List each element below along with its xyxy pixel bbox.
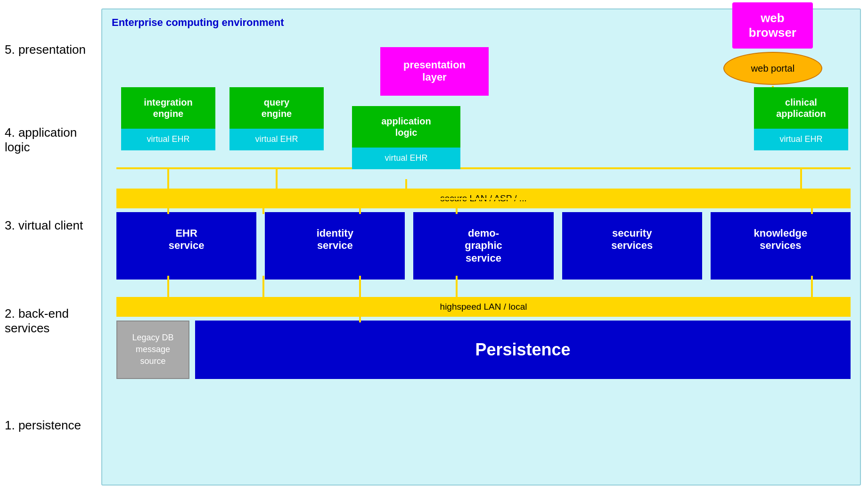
- clinical-vehr-label: virtual EHR: [754, 129, 848, 150]
- services-row: EHR service identity service demo- graph…: [116, 212, 851, 280]
- service-ehr: EHR service: [116, 212, 256, 280]
- persistence-row: Legacy DB message source Persistence: [116, 321, 851, 379]
- legacy-db-block: Legacy DB message source: [116, 321, 189, 379]
- applogic-label: application logic: [352, 106, 460, 148]
- vehr-block-clinical: clinical application virtual EHR: [754, 87, 848, 150]
- h-connector-vehr-lan: [116, 167, 851, 169]
- integration-vehr-label: virtual EHR: [121, 129, 215, 150]
- h-connector-top: [116, 198, 851, 200]
- connector-integration: [167, 167, 169, 189]
- presentation-layer-block: presentation layer: [380, 47, 489, 96]
- main-container: { "left_labels": { "label5": "5. present…: [0, 0, 868, 494]
- web-browser-box: web browser: [732, 2, 813, 49]
- enterprise-environment-box: Enterprise computing environment web bro…: [101, 8, 861, 486]
- connector-knowledge-highspeed: [811, 276, 813, 298]
- connector-identity-highspeed: [262, 276, 264, 298]
- service-demographic: demo- graphic service: [413, 212, 553, 280]
- query-vehr-label: virtual EHR: [229, 129, 324, 150]
- label-application-logic: 4. application logic: [5, 102, 99, 178]
- connector-secure-security: [456, 208, 458, 214]
- service-knowledge: knowledge services: [711, 212, 851, 280]
- vehr-block-applogic: application logic virtual EHR: [352, 106, 460, 169]
- query-engine-label: query engine: [229, 87, 324, 129]
- connector-secure-ehr: [167, 208, 169, 214]
- web-portal-ellipse: web portal: [723, 52, 822, 85]
- service-identity: identity service: [265, 212, 405, 280]
- connector-clinical: [800, 167, 802, 189]
- label-presentation: 5. presentation: [5, 22, 99, 78]
- label-persistence: 1. persistence: [5, 392, 99, 458]
- connector-ehr-highspeed: [167, 276, 169, 298]
- connector-secure-knowledge: [811, 208, 813, 214]
- connector-security-highspeed: [456, 276, 458, 298]
- diagram-title: Enterprise computing environment: [112, 16, 284, 29]
- connector-secure-demo: [359, 208, 361, 214]
- connector-demo-highspeed: [359, 276, 361, 298]
- persistence-block: Persistence: [195, 321, 851, 379]
- left-labels-container: 5. presentation 4. application logic 3. …: [0, 0, 104, 494]
- connector-applogic: [405, 179, 407, 189]
- integration-engine-label: integration engine: [121, 87, 215, 129]
- connector-highspeed-persistence: [359, 317, 361, 322]
- vehr-block-integration: integration engine virtual EHR: [121, 87, 215, 150]
- applogic-vehr-label: virtual EHR: [352, 148, 460, 169]
- connector-query: [276, 167, 278, 189]
- highspeed-lan-bar: highspeed LAN / local: [116, 297, 851, 317]
- service-security: security services: [562, 212, 702, 280]
- connector-secure-identity: [262, 208, 264, 214]
- label-virtual-client: 3. virtual client: [5, 202, 99, 249]
- vehr-block-query: query engine virtual EHR: [229, 87, 324, 150]
- clinical-app-label: clinical application: [754, 87, 848, 129]
- label-backend-services: 2. back-end services: [5, 274, 99, 368]
